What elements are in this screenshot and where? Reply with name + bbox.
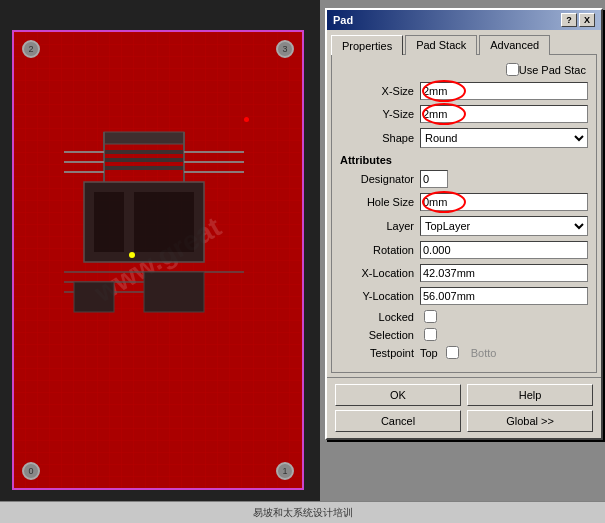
- svg-rect-7: [94, 192, 124, 252]
- selection-label: Selection: [340, 329, 420, 341]
- circuit-svg: [44, 122, 284, 402]
- close-button[interactable]: X: [579, 13, 595, 27]
- button-row-1: OK Help: [327, 377, 601, 410]
- designator-label: Designator: [340, 173, 420, 185]
- svg-rect-0: [104, 132, 184, 144]
- tab-bar: Properties Pad Stack Advanced: [327, 30, 601, 54]
- tab-properties[interactable]: Properties: [331, 35, 403, 55]
- layer-row: Layer TopLayer BottomLayer MultiLayer: [340, 216, 588, 236]
- attributes-header: Attributes: [340, 154, 588, 166]
- hole-size-row: Hole Size: [340, 193, 588, 211]
- red-dot: [244, 117, 249, 122]
- titlebar-buttons: ? X: [561, 13, 595, 27]
- y-location-input[interactable]: [420, 287, 588, 305]
- dialog-titlebar: Pad ? X: [327, 10, 601, 30]
- pcb-canvas: 2 3 0 1 www.great: [0, 0, 320, 523]
- locked-checkbox[interactable]: [424, 310, 437, 323]
- corner-pad-0: 0: [22, 462, 40, 480]
- x-location-input[interactable]: [420, 264, 588, 282]
- corner-pad-2: 2: [22, 40, 40, 58]
- selection-checkbox[interactable]: [424, 328, 437, 341]
- testpoint-label: Testpoint: [340, 347, 420, 359]
- y-size-label: Y-Size: [340, 108, 420, 120]
- global-button[interactable]: Global >>: [467, 410, 593, 432]
- hole-size-label: Hole Size: [340, 196, 420, 208]
- top-label: Top: [420, 347, 438, 359]
- rotation-input[interactable]: [420, 241, 588, 259]
- x-size-row: X-Size: [340, 82, 588, 100]
- dialog-title: Pad: [333, 14, 353, 26]
- tab-padstack[interactable]: Pad Stack: [405, 35, 477, 55]
- help-button[interactable]: ?: [561, 13, 577, 27]
- svg-rect-2: [104, 158, 184, 162]
- corner-pad-3: 3: [276, 40, 294, 58]
- testpoint-row: Testpoint Top Botto: [340, 346, 588, 359]
- shape-row: Shape Round Rectangular Oval Polygon: [340, 128, 588, 148]
- tab-content: Use Pad Stac X-Size Y-Size Shape Round R…: [331, 54, 597, 373]
- svg-rect-8: [134, 192, 194, 252]
- use-pad-row: Use Pad Stac: [340, 63, 588, 76]
- pad-dialog: Pad ? X Properties Pad Stack Advanced Us…: [325, 8, 603, 440]
- shape-select[interactable]: Round Rectangular Oval Polygon: [420, 128, 588, 148]
- locked-row: Locked: [340, 310, 588, 323]
- svg-rect-3: [104, 166, 184, 170]
- shape-label: Shape: [340, 132, 420, 144]
- ok-button[interactable]: OK: [335, 384, 461, 406]
- help-dialog-button[interactable]: Help: [467, 384, 593, 406]
- corner-pad-1: 1: [276, 462, 294, 480]
- locked-label: Locked: [340, 311, 420, 323]
- hole-size-input[interactable]: [420, 193, 588, 211]
- layer-label: Layer: [340, 220, 420, 232]
- x-location-row: X-Location: [340, 264, 588, 282]
- top-checkbox[interactable]: [446, 346, 459, 359]
- bottom-label: Botto: [471, 347, 497, 359]
- y-location-row: Y-Location: [340, 287, 588, 305]
- x-size-input[interactable]: [420, 82, 588, 100]
- y-size-input[interactable]: [420, 105, 588, 123]
- svg-rect-1: [104, 150, 184, 154]
- rotation-label: Rotation: [340, 244, 420, 256]
- tab-advanced[interactable]: Advanced: [479, 35, 550, 55]
- yellow-dot: [129, 252, 135, 258]
- y-size-row: Y-Size: [340, 105, 588, 123]
- bottom-bar: 易坡和太系统设计培训: [0, 501, 605, 523]
- designator-row: Designator: [340, 170, 588, 188]
- selection-row: Selection: [340, 328, 588, 341]
- svg-rect-19: [144, 272, 204, 312]
- bottom-text: 易坡和太系统设计培训: [8, 506, 597, 520]
- rotation-row: Rotation: [340, 241, 588, 259]
- svg-rect-18: [74, 282, 114, 312]
- cancel-button[interactable]: Cancel: [335, 410, 461, 432]
- button-row-2: Cancel Global >>: [327, 410, 601, 438]
- x-location-label: X-Location: [340, 267, 420, 279]
- y-location-label: Y-Location: [340, 290, 420, 302]
- layer-select[interactable]: TopLayer BottomLayer MultiLayer: [420, 216, 588, 236]
- x-size-label: X-Size: [340, 85, 420, 97]
- use-pad-stac-checkbox[interactable]: [506, 63, 519, 76]
- designator-input[interactable]: [420, 170, 448, 188]
- pcb-board: 2 3 0 1 www.great: [12, 30, 304, 490]
- use-pad-stac-label: Use Pad Stac: [519, 64, 586, 76]
